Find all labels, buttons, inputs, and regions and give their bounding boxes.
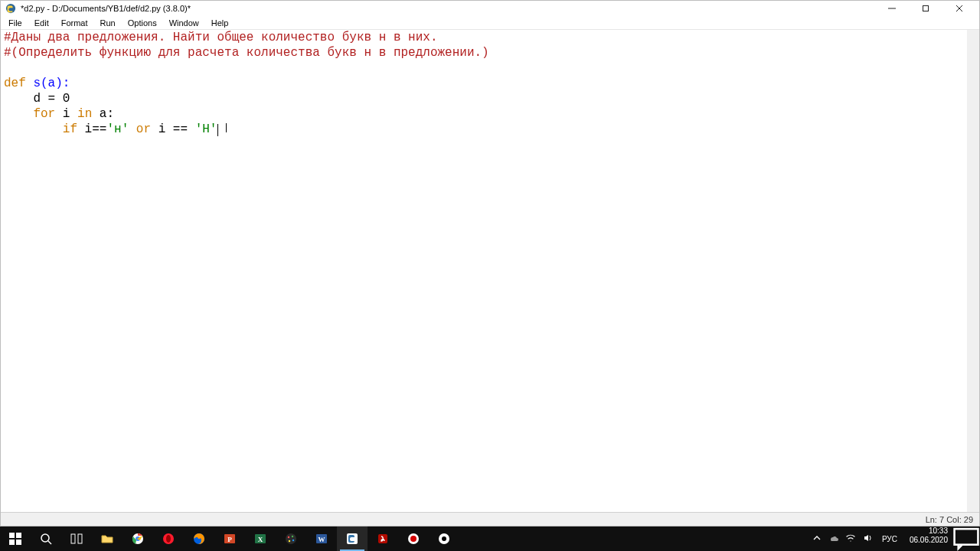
svg-rect-4: [9, 540, 15, 545]
tray-language[interactable]: РУС: [879, 535, 900, 543]
mouse-caret: [226, 123, 227, 132]
menu-edit[interactable]: Edit: [30, 18, 54, 28]
vertical-scrollbar[interactable]: [967, 30, 979, 60]
window-controls: [875, 1, 976, 16]
menu-file[interactable]: File: [4, 18, 27, 28]
code-text: i: [55, 107, 77, 121]
svg-point-6: [41, 534, 49, 542]
taskbar-opera[interactable]: [153, 527, 184, 551]
string-literal: 'Н': [195, 122, 217, 136]
tray-clock[interactable]: 10:33 06.06.2020: [905, 527, 952, 551]
svg-rect-7: [71, 534, 75, 543]
windows-taskbar[interactable]: P X W РУС 10:33 06.06.2020: [0, 527, 980, 551]
code-text: i==: [77, 122, 106, 136]
taskbar-paint[interactable]: [276, 527, 306, 551]
svg-point-22: [289, 540, 290, 542]
menu-bar[interactable]: File Edit Format Run Options Window Help: [1, 16, 979, 30]
code-text: i ==: [151, 122, 195, 136]
svg-text:W: W: [318, 536, 325, 543]
svg-rect-1: [923, 6, 929, 11]
function-name: s(a):: [26, 77, 70, 90]
cursor-position: Ln: 7 Col: 29: [926, 515, 973, 524]
task-view-button[interactable]: [61, 527, 92, 551]
python-idle-icon: [5, 3, 16, 14]
svg-text:X: X: [258, 536, 263, 543]
svg-rect-2: [9, 533, 15, 538]
svg-point-20: [292, 536, 293, 537]
tray-wifi-icon[interactable]: [845, 533, 856, 545]
system-tray[interactable]: РУС: [807, 527, 905, 551]
code-content: #Даны два предложения. Найти общее колич…: [1, 30, 967, 137]
keyword-def: def: [4, 77, 26, 90]
taskbar-file-explorer[interactable]: [92, 527, 122, 551]
window-title: *d2.py - D:/Documents/YB1/def/d2.py (3.8…: [21, 4, 875, 13]
keyword-or: or: [136, 122, 151, 136]
text-cursor: [217, 124, 218, 136]
svg-point-30: [442, 536, 446, 541]
keyword-if: if: [63, 122, 77, 136]
menu-help[interactable]: Help: [207, 18, 234, 28]
taskbar-powerpoint[interactable]: P: [214, 527, 245, 551]
svg-point-18: [286, 533, 296, 544]
action-center-button[interactable]: [952, 527, 980, 551]
svg-point-19: [288, 536, 289, 538]
taskbar-app-generic[interactable]: [429, 527, 459, 551]
svg-point-28: [410, 536, 416, 542]
minimize-button[interactable]: [875, 1, 909, 16]
svg-rect-8: [78, 534, 82, 543]
code-line: d = 0: [4, 92, 70, 106]
string-literal: 'н': [106, 122, 129, 136]
taskbar-chrome[interactable]: [122, 527, 153, 551]
taskbar-excel[interactable]: X: [245, 527, 276, 551]
code-editor[interactable]: #Даны два предложения. Найти общее колич…: [1, 30, 979, 512]
search-button[interactable]: [31, 527, 61, 551]
code-text: a:: [92, 107, 114, 121]
svg-rect-5: [16, 540, 21, 545]
keyword-in: in: [77, 107, 92, 121]
close-button[interactable]: [942, 1, 976, 16]
maximize-button[interactable]: [909, 1, 942, 16]
keyword-for: for: [33, 107, 55, 121]
svg-point-12: [166, 535, 171, 543]
tray-time: 10:33: [910, 527, 948, 536]
taskbar-record[interactable]: [398, 527, 429, 551]
taskbar-idle[interactable]: [337, 527, 368, 551]
tray-onedrive-icon[interactable]: [828, 533, 839, 545]
menu-options[interactable]: Options: [123, 18, 162, 28]
start-button[interactable]: [0, 527, 31, 551]
tray-date: 06.06.2020: [910, 536, 948, 545]
taskbar-spacer: [459, 527, 807, 551]
title-bar[interactable]: *d2.py - D:/Documents/YB1/def/d2.py (3.8…: [1, 1, 979, 16]
code-comment: #Даны два предложения. Найти общее колич…: [4, 31, 438, 44]
status-bar: Ln: 7 Col: 29: [1, 512, 979, 526]
menu-window[interactable]: Window: [165, 18, 204, 28]
svg-rect-31: [955, 529, 978, 545]
code-comment: #(Определить функцию для расчета количес…: [4, 46, 489, 60]
svg-rect-3: [16, 533, 21, 538]
svg-text:P: P: [227, 536, 232, 543]
taskbar-firefox[interactable]: [184, 527, 214, 551]
menu-format[interactable]: Format: [57, 18, 93, 28]
taskbar-word[interactable]: W: [306, 527, 337, 551]
tray-volume-icon[interactable]: [862, 533, 873, 545]
idle-window: *d2.py - D:/Documents/YB1/def/d2.py (3.8…: [0, 0, 980, 527]
taskbar-acrobat[interactable]: [368, 527, 398, 551]
svg-point-21: [292, 540, 294, 541]
menu-run[interactable]: Run: [96, 18, 120, 28]
tray-chevron-up-icon[interactable]: [812, 533, 822, 545]
